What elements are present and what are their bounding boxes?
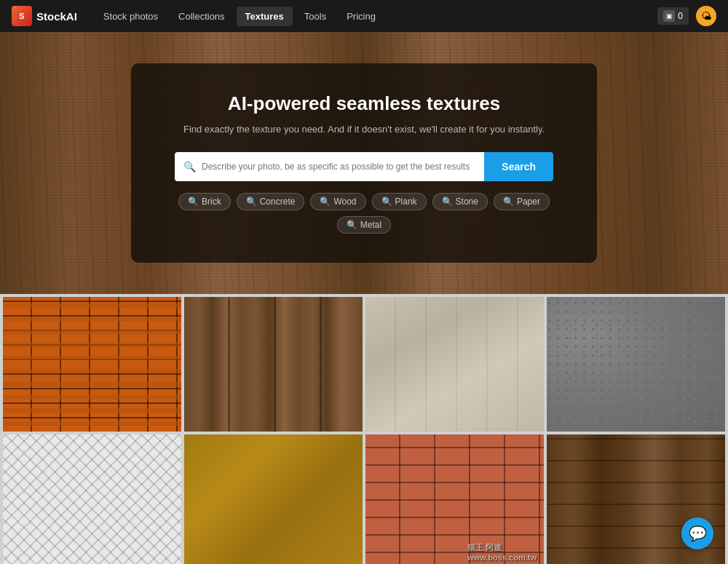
tag-search-icon: 🔍 [320,196,331,207]
chat-button[interactable]: 💬 [681,517,713,549]
logo-icon: S [12,6,32,26]
tag-concrete[interactable]: 🔍 Concrete [237,193,305,210]
credit-badge[interactable]: ▣ 0 [657,7,689,25]
hero-section: AI-powered seamless textures Find exactl… [0,32,728,294]
search-tags: 🔍 Brick 🔍 Concrete 🔍 Wood 🔍 Plank 🔍 Ston… [175,193,553,234]
texture-wood-planks[interactable] [184,297,363,432]
tag-search-icon: 🔍 [347,220,357,230]
hero-subtitle: Find exactly the texture you need. And i… [175,124,553,135]
nav-stock-photos[interactable]: Stock photos [95,7,167,26]
user-avatar[interactable]: 🌤 [696,6,716,26]
nav-collections[interactable]: Collections [170,7,234,26]
nav-textures[interactable]: Textures [237,7,293,26]
watermark: 猫王 阿達www.boss.com.tw [467,542,537,562]
texture-herringbone[interactable] [3,434,181,564]
texture-stucco[interactable] [547,297,725,432]
tag-search-icon: 🔍 [188,196,199,207]
search-icon: 🔍 [183,161,196,172]
nav-tools[interactable]: Tools [296,7,335,26]
tag-brick[interactable]: 🔍 Brick [178,193,231,210]
nav-links: Stock photos Collections Textures Tools … [95,7,657,26]
search-input-wrap: 🔍 [175,152,484,181]
navbar-right: ▣ 0 🌤 [657,6,716,26]
search-row: 🔍 Search [175,152,553,181]
credit-count: 0 [678,11,683,21]
hero-box: AI-powered seamless textures Find exactl… [131,63,597,263]
tag-search-icon: 🔍 [442,196,453,207]
texture-brick-red[interactable]: 猫王 阿達www.boss.com.tw [365,434,544,564]
texture-grid: 猫王 阿達www.boss.com.tw [0,294,728,564]
nav-pricing[interactable]: Pricing [338,7,384,26]
tag-stone[interactable]: 🔍 Stone [432,193,488,210]
logo-text: StockAI [36,10,77,23]
tag-metal[interactable]: 🔍 Metal [337,216,391,234]
texture-mustard[interactable] [184,434,363,564]
search-input[interactable] [202,154,475,179]
tag-wood[interactable]: 🔍 Wood [310,193,365,210]
tag-plank[interactable]: 🔍 Plank [372,193,427,210]
texture-concrete[interactable] [365,297,544,432]
navbar: S StockAI Stock photos Collections Textu… [0,0,728,32]
tag-paper[interactable]: 🔍 Paper [494,193,550,210]
search-button[interactable]: Search [484,152,553,181]
credit-icon: ▣ [663,10,675,22]
hero-title: AI-powered seamless textures [175,92,553,115]
logo[interactable]: S StockAI [12,6,77,26]
tag-search-icon: 🔍 [246,196,257,207]
tag-search-icon: 🔍 [503,196,514,207]
texture-orange-brick[interactable] [3,297,181,432]
tag-search-icon: 🔍 [381,196,392,207]
